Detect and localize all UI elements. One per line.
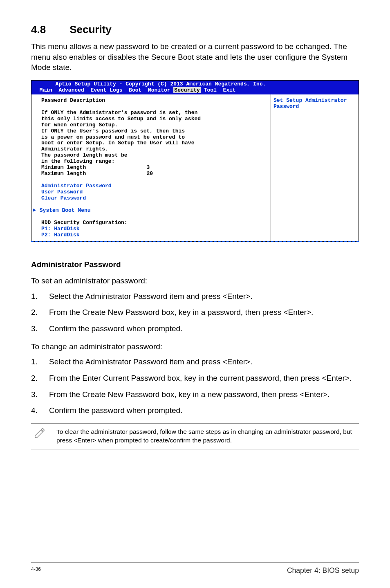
dashed-separator	[31, 241, 359, 242]
change-password-steps: 1.Select the Administrator Password item…	[31, 357, 359, 416]
set-intro-paragraph: To set an administrator password:	[31, 276, 359, 286]
step-text: Confirm the password when prompted.	[49, 405, 359, 416]
list-item: 3.Confirm the password when prompted.	[31, 323, 359, 334]
step-text: From the Create New Password box, key in…	[49, 389, 359, 400]
max-length-value: 20	[146, 171, 153, 177]
step-number: 3.	[31, 323, 49, 334]
section-title: Security	[69, 23, 112, 36]
bios-help-panel: Set Setup Administrator Password	[271, 94, 359, 242]
user-password-item[interactable]: User Password	[41, 189, 83, 195]
menu-main: Main	[40, 87, 52, 93]
desc-line-6: boot or enter Setup. In Setup the User w…	[41, 140, 194, 146]
step-number: 2.	[31, 307, 49, 318]
list-item: 2.From the Enter Current Password box, k…	[31, 373, 359, 384]
bios-title-line: Aptio Setup Utility - Copyright (C) 2013…	[56, 81, 266, 87]
page-number: 4-36	[31, 566, 41, 576]
step-number: 2.	[31, 373, 49, 384]
section-number: 4.8	[31, 22, 46, 37]
administrator-password-heading: Administrator Password	[31, 259, 359, 270]
pencil-icon	[34, 427, 48, 442]
desc-line-1: If ONLY the Administrator's password is …	[41, 110, 197, 116]
menu-advanced: Advanced	[58, 87, 84, 93]
clear-password-item[interactable]: Clear Password	[41, 195, 86, 201]
step-text: Confirm the password when prompted.	[49, 323, 359, 334]
max-length-label: Maximum length	[41, 171, 86, 177]
help-text: Set Setup Administrator Password	[273, 97, 350, 110]
list-item: 4.Confirm the password when prompted.	[31, 405, 359, 416]
list-item: 2.From the Create New Password box, key …	[31, 307, 359, 318]
bios-left-panel: Password Description If ONLY the Adminis…	[31, 94, 271, 242]
menu-exit: Exit	[223, 87, 235, 93]
system-boot-menu-item[interactable]: System Boot Menu	[40, 207, 91, 213]
menu-tool: Tool	[204, 87, 217, 93]
p1-harddisk-item[interactable]: P1: HardDisk	[41, 226, 80, 232]
triangle-icon: ▶	[33, 208, 36, 213]
password-description-label: Password Description	[41, 97, 105, 103]
desc-line-3: for when entering Setup.	[41, 122, 118, 128]
step-number: 3.	[31, 389, 49, 400]
bios-screenshot: Aptio Setup Utility - Copyright (C) 2013…	[31, 80, 359, 242]
desc-line-2: this only limits access to Setup and is …	[41, 116, 201, 122]
set-password-steps: 1.Select the Administrator Password item…	[31, 291, 359, 334]
page-footer: 4-36 Chapter 4: BIOS setup	[31, 562, 359, 576]
menu-boot: Boot	[129, 87, 141, 93]
intro-paragraph: This menu allows a new password to be cr…	[31, 41, 359, 73]
note-box: To clear the administrator password, fol…	[31, 423, 359, 449]
menu-security: Security	[173, 87, 200, 93]
min-length-value: 3	[146, 164, 150, 171]
list-item: 1.Select the Administrator Password item…	[31, 291, 359, 302]
min-length-label: Minimum length	[41, 164, 86, 171]
desc-line-5: is a power on password and must be enter…	[41, 134, 185, 140]
step-number: 1.	[31, 357, 49, 367]
desc-line-9: in the following range:	[41, 158, 114, 164]
step-text: From the Create New Password box, key in…	[49, 307, 359, 318]
step-text: Select the Administrator Password item a…	[49, 291, 359, 302]
section-heading: 4.8Security	[31, 22, 359, 37]
chapter-label: Chapter 4: BIOS setup	[287, 566, 359, 576]
step-number: 1.	[31, 291, 49, 302]
step-text: Select the Administrator Password item a…	[49, 357, 359, 367]
desc-line-8: The password length must be	[41, 152, 128, 158]
change-intro-paragraph: To change an administrator password:	[31, 341, 359, 352]
menu-monitor: Monitor	[148, 87, 170, 93]
desc-line-4: If ONLY the User's password is set, then…	[41, 128, 185, 134]
bios-header: Aptio Setup Utility - Copyright (C) 2013…	[31, 81, 359, 94]
list-item: 1.Select the Administrator Password item…	[31, 357, 359, 367]
administrator-password-item[interactable]: Administrator Password	[41, 183, 112, 189]
list-item: 3.From the Create New Password box, key …	[31, 389, 359, 400]
menu-event-logs: Event Logs	[90, 87, 122, 93]
hdd-security-config-label: HDD Security Configuration:	[41, 220, 128, 226]
desc-line-7: Administrator rights.	[41, 146, 108, 152]
note-text: To clear the administrator password, fol…	[56, 428, 359, 445]
p2-harddisk-item[interactable]: P2: HardDisk	[41, 232, 80, 238]
step-text: From the Enter Current Password box, key…	[49, 373, 359, 384]
step-number: 4.	[31, 405, 49, 416]
